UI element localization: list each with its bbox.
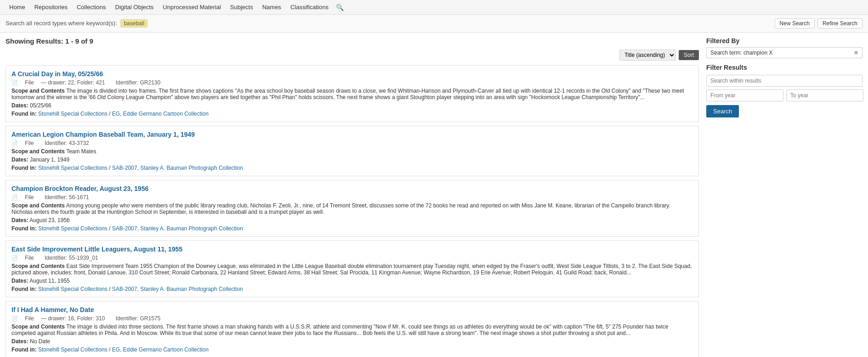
found-label: Found in: <box>11 346 37 353</box>
file-icon: 📄 <box>11 140 18 146</box>
dates-label: Dates: <box>11 278 28 284</box>
result-found: Found in: Stonehill Special Collections … <box>11 346 693 353</box>
file-icon: 📄 <box>11 195 18 200</box>
keyword-label: keyword(s): <box>86 20 117 27</box>
identifier: Identifier: GR2130 <box>116 79 160 86</box>
keyword-badge: baseball <box>120 19 148 28</box>
search-prefix: Search all record types where <box>6 20 85 27</box>
to-year-input[interactable] <box>786 89 863 101</box>
identifier: Identifier: GR1575 <box>116 315 160 322</box>
nav-digital-objects[interactable]: Digital Objects <box>111 0 159 15</box>
remove-filter-icon[interactable]: ✕ <box>854 50 858 56</box>
search-bar-row: Search all record types where keyword(s)… <box>0 15 868 33</box>
filtered-by-title: Filtered By <box>706 37 862 45</box>
result-meta: 📄 File Identifier: 43-3732 <box>11 140 693 146</box>
search-term-badge: Search term: champion X ✕ <box>706 47 862 58</box>
found-label: Found in: <box>11 225 37 232</box>
result-title[interactable]: A Crucial Day in May, 05/25/66 <box>11 70 693 78</box>
result-meta: 📄 File Identifier: 55-1939_01 <box>11 255 693 261</box>
found-link[interactable]: EG, Eddie Germano Cartoon Collection <box>112 346 209 353</box>
result-scope: Scope and Contents Team Mates <box>11 148 693 155</box>
filter-results-section: Filter Results Search <box>706 64 862 117</box>
date-row <box>706 89 862 101</box>
result-scope: Scope and Contents The image is divided … <box>11 324 693 336</box>
result-title[interactable]: East Side Improvement Little Leaguers, A… <box>11 245 693 253</box>
result-item: American Legion Champion Baseball Team, … <box>6 126 699 176</box>
filtered-by-section: Filtered By Search term: champion X ✕ <box>706 37 862 58</box>
nav-collections[interactable]: Collections <box>72 0 111 15</box>
file-meta: drawer: 16, Folder: 310 <box>48 315 105 322</box>
dates-label: Dates: <box>11 102 28 109</box>
results-list: A Crucial Day in May, 05/25/66 📄 File — … <box>6 65 699 357</box>
file-meta: drawer: 22, Folder: 421 <box>48 79 105 86</box>
file-icon: 📄 <box>11 255 18 261</box>
scope-label: Scope and Contents <box>11 324 65 330</box>
scope-label: Scope and Contents <box>11 202 65 209</box>
result-item: A Crucial Day in May, 05/25/66 📄 File — … <box>6 65 699 122</box>
result-scope: Scope and Contents East Side Improvement… <box>11 263 693 276</box>
new-search-button[interactable]: New Search <box>775 18 815 28</box>
result-meta: 📄 File — drawer: 22, Folder: 421 Identif… <box>11 79 693 86</box>
found-link[interactable]: Stonehill Special Collections <box>38 165 108 171</box>
result-title[interactable]: If I Had A Hammer, No Date <box>11 306 693 313</box>
result-dates: Dates: August 23, 1956 <box>11 217 693 223</box>
result-title[interactable]: American Legion Champion Baseball Team, … <box>11 131 693 138</box>
result-found: Found in: Stonehill Special Collections … <box>11 225 693 232</box>
found-link[interactable]: SAB-2007, Stanley A. Bauman Photograph C… <box>112 165 243 171</box>
search-term-text: Search term: champion X <box>710 50 772 56</box>
result-dates: Dates: January 1, 1949 <box>11 156 693 163</box>
file-type: File <box>25 79 34 86</box>
search-within-input[interactable] <box>706 75 862 87</box>
refine-search-button[interactable]: Refine Search <box>817 18 862 28</box>
sort-select[interactable]: Title (ascending) <box>619 50 676 61</box>
filter-results-title: Filter Results <box>706 64 862 71</box>
result-scope: Scope and Contents Among young people wh… <box>11 202 693 215</box>
result-item: If I Had A Hammer, No Date 📄 File — draw… <box>6 301 699 357</box>
found-label: Found in: <box>11 165 37 171</box>
file-type: File <box>25 315 34 322</box>
scope-label: Scope and Contents <box>11 88 65 94</box>
found-label: Found in: <box>11 111 37 117</box>
result-title[interactable]: Champion Brockton Reader, August 23, 195… <box>11 185 693 192</box>
result-dates: Dates: No Date <box>11 338 693 345</box>
dates-label: Dates: <box>11 156 28 163</box>
filter-search-button[interactable]: Search <box>706 105 739 117</box>
file-icon: 📄 <box>11 80 18 85</box>
file-type: File <box>25 255 34 261</box>
nav-names[interactable]: Names <box>258 0 286 15</box>
result-meta: 📄 File Identifier: 56-1671 <box>11 194 693 201</box>
search-bar-left: Search all record types where keyword(s)… <box>6 19 148 28</box>
right-sidebar: Filtered By Search term: champion X ✕ Fi… <box>706 37 862 357</box>
result-meta: 📄 File — drawer: 16, Folder: 310 Identif… <box>11 315 693 322</box>
found-link[interactable]: EG, Eddie Germano Cartoon Collection <box>112 111 209 117</box>
sort-button[interactable]: Sort <box>679 50 699 60</box>
result-found: Found in: Stonehill Special Collections … <box>11 286 693 292</box>
nav-classifications[interactable]: Classifications <box>286 0 333 15</box>
file-icon: 📄 <box>11 316 18 321</box>
from-year-input[interactable] <box>706 89 783 101</box>
results-area: Showing Results: 1 - 9 of 9 Title (ascen… <box>6 37 699 357</box>
identifier: Identifier: 43-3732 <box>45 140 89 146</box>
sort-row: Title (ascending) Sort <box>6 50 699 61</box>
scope-label: Scope and Contents <box>11 148 65 155</box>
main-container: Showing Results: 1 - 9 of 9 Title (ascen… <box>0 33 868 357</box>
result-item: East Side Improvement Little Leaguers, A… <box>6 240 699 297</box>
found-link[interactable]: Stonehill Special Collections <box>38 111 108 117</box>
found-link[interactable]: Stonehill Special Collections <box>38 346 108 353</box>
file-type: File <box>25 194 34 201</box>
found-link[interactable]: SAB-2007, Stanley A. Bauman Photograph C… <box>112 225 243 232</box>
found-link[interactable]: SAB-2007, Stanley A. Bauman Photograph C… <box>112 286 243 292</box>
dates-label: Dates: <box>11 217 28 223</box>
file-type: File <box>25 140 34 146</box>
nav-unprocessed-material[interactable]: Unprocessed Material <box>158 0 225 15</box>
found-link[interactable]: Stonehill Special Collections <box>38 286 108 292</box>
result-dates: Dates: 05/25/66 <box>11 102 693 109</box>
nav-subjects[interactable]: Subjects <box>226 0 258 15</box>
showing-results: Showing Results: 1 - 9 of 9 <box>6 37 699 45</box>
search-bar-actions: New Search Refine Search <box>775 18 862 28</box>
search-icon[interactable]: 🔍 <box>336 4 344 11</box>
found-link[interactable]: Stonehill Special Collections <box>38 225 108 232</box>
nav-repositories[interactable]: Repositories <box>30 0 72 15</box>
scope-label: Scope and Contents <box>11 263 65 269</box>
nav-home[interactable]: Home <box>5 0 30 15</box>
